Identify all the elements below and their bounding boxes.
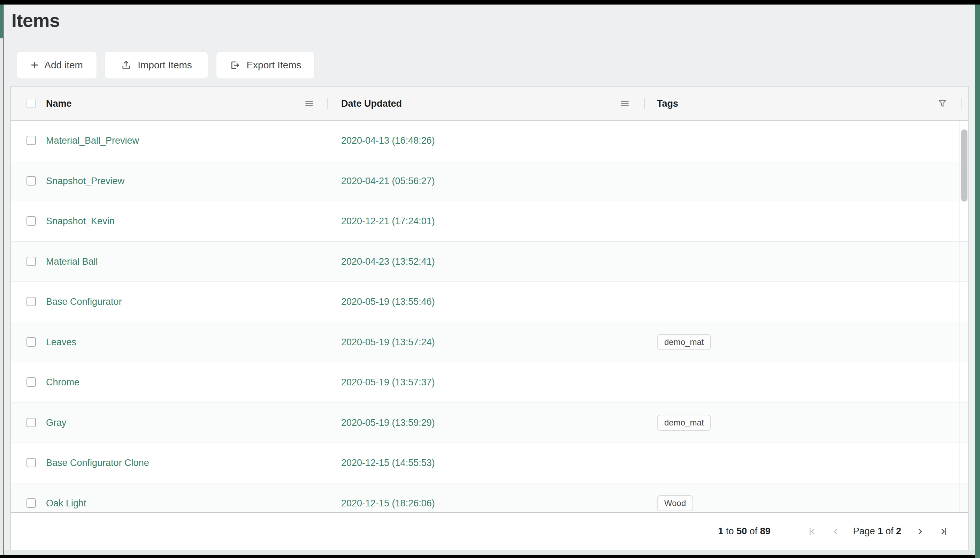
row-name-link[interactable]: Chrome <box>46 377 79 388</box>
column-header-tags[interactable]: Tags <box>657 87 678 121</box>
row-date: 2020-05-19 (13:55:46) <box>341 297 435 307</box>
export-icon <box>229 60 241 71</box>
row-checkbox[interactable] <box>26 458 36 467</box>
first-page-icon[interactable] <box>807 526 817 537</box>
table-row[interactable]: Snapshot_Kevin 2020-12-21 (17:24:01) <box>11 201 968 242</box>
row-tags: demo_mat <box>657 334 711 350</box>
page-title: Items <box>11 10 60 31</box>
header-divider <box>961 98 962 109</box>
toolbar: + Add item Import Items Export Items <box>3 52 975 79</box>
row-checkbox[interactable] <box>26 297 36 306</box>
table-row[interactable]: Chrome 2020-05-19 (13:57:37) <box>11 362 968 403</box>
row-date: 2020-12-15 (18:26:06) <box>341 498 435 509</box>
table-row[interactable]: Base Configurator 2020-05-19 (13:55:46) <box>11 282 968 322</box>
row-checkbox[interactable] <box>26 257 36 266</box>
row-range-summary: 1 to 50 of 89 <box>718 526 771 537</box>
row-date: 2020-12-21 (17:24:01) <box>341 216 435 227</box>
row-date: 2020-05-19 (13:57:24) <box>341 336 435 347</box>
row-name-link[interactable]: Gray <box>46 417 67 428</box>
column-menu-icon[interactable] <box>304 87 314 121</box>
row-name-link[interactable]: Base Configurator <box>46 297 122 307</box>
grid-header-row: Name Date Updated Tags <box>11 87 968 121</box>
column-menu-icon[interactable] <box>620 87 630 121</box>
header-divider <box>645 98 645 109</box>
grid-rows-viewport: Material_Ball_Preview 2020-04-13 (16:48:… <box>11 121 968 513</box>
row-name-link[interactable]: Snapshot_Kevin <box>46 216 115 227</box>
row-tags: demo_mat <box>657 415 711 431</box>
table-row[interactable]: Oak Light 2020-12-15 (18:26:06) Wood <box>11 483 968 514</box>
table-row[interactable]: Snapshot_Preview 2020-04-21 (05:56:27) <box>11 161 968 202</box>
row-name-link[interactable]: Material_Ball_Preview <box>46 135 139 146</box>
table-row[interactable]: Material_Ball_Preview 2020-04-13 (16:48:… <box>11 121 968 161</box>
next-page-icon[interactable] <box>915 526 925 537</box>
plus-icon: + <box>31 58 38 72</box>
title-accent-bar <box>0 5 3 38</box>
row-checkbox[interactable] <box>26 377 36 387</box>
vertical-scrollbar-thumb[interactable] <box>961 130 967 202</box>
import-items-label: Import Items <box>137 60 192 71</box>
row-name-link[interactable]: Base Configurator Clone <box>46 458 149 468</box>
row-checkbox[interactable] <box>26 136 36 145</box>
column-header-date-updated[interactable]: Date Updated <box>341 87 402 121</box>
row-name-link[interactable]: Material Ball <box>46 256 98 267</box>
row-date: 2020-04-21 (05:56:27) <box>341 176 435 186</box>
upload-icon <box>121 60 132 71</box>
prev-page-icon[interactable] <box>831 526 841 537</box>
tag-badge: demo_mat <box>657 334 711 350</box>
row-checkbox[interactable] <box>26 176 36 185</box>
row-name-link[interactable]: Oak Light <box>46 498 87 509</box>
row-checkbox[interactable] <box>26 418 36 427</box>
row-date: 2020-12-15 (14:55:53) <box>341 458 435 468</box>
table-row[interactable]: Material Ball 2020-04-23 (13:52:41) <box>11 242 968 282</box>
left-edge-track <box>0 38 3 555</box>
select-all-checkbox[interactable] <box>26 99 36 108</box>
row-checkbox[interactable] <box>26 216 36 226</box>
import-items-button[interactable]: Import Items <box>105 52 208 79</box>
add-item-label: Add item <box>44 60 83 71</box>
row-checkbox[interactable] <box>26 498 36 508</box>
export-items-label: Export Items <box>246 60 301 71</box>
add-item-button[interactable]: + Add item <box>17 52 97 79</box>
last-page-icon[interactable] <box>939 526 949 537</box>
column-header-name[interactable]: Name <box>46 87 72 121</box>
scrollbar-track-border <box>959 121 960 513</box>
right-edge-accent <box>975 5 980 558</box>
row-name-link[interactable]: Leaves <box>46 336 76 347</box>
row-date: 2020-05-19 (13:59:29) <box>341 417 435 428</box>
row-date: 2020-05-19 (13:57:37) <box>341 377 435 388</box>
app-viewport: Items + Add item Import Items Export Ite… <box>3 5 975 555</box>
table-row[interactable]: Gray 2020-05-19 (13:59:29) demo_mat <box>11 403 968 443</box>
row-name-link[interactable]: Snapshot_Preview <box>46 176 124 186</box>
row-date: 2020-04-13 (16:48:26) <box>341 135 435 146</box>
table-row[interactable]: Base Configurator Clone 2020-12-15 (14:5… <box>11 443 968 483</box>
row-checkbox[interactable] <box>26 337 36 347</box>
tag-badge: demo_mat <box>657 415 711 431</box>
page-indicator: Page 1 of 2 <box>853 526 901 537</box>
pagination-bar: 1 to 50 of 89 Page 1 of 2 <box>11 512 968 550</box>
row-tags: Wood <box>657 495 693 511</box>
items-grid: Name Date Updated Tags <box>10 86 969 550</box>
bottom-edge-band <box>3 550 975 555</box>
row-date: 2020-04-23 (13:52:41) <box>341 256 435 267</box>
header-divider <box>327 98 327 109</box>
export-items-button[interactable]: Export Items <box>216 52 315 79</box>
table-row[interactable]: Leaves 2020-05-19 (13:57:24) demo_mat <box>11 322 968 363</box>
tag-badge: Wood <box>657 495 693 511</box>
filter-funnel-icon[interactable] <box>937 87 947 121</box>
